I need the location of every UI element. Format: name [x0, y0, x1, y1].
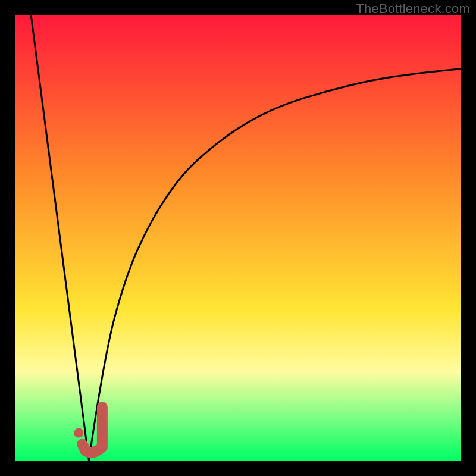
outer-frame: TheBottleneck.com	[0, 0, 476, 476]
marker-dot	[74, 428, 83, 438]
watermark-text: TheBottleneck.com	[356, 1, 470, 17]
chart-svg	[15, 15, 461, 461]
gradient-background	[15, 15, 461, 461]
plot-area	[15, 15, 461, 461]
